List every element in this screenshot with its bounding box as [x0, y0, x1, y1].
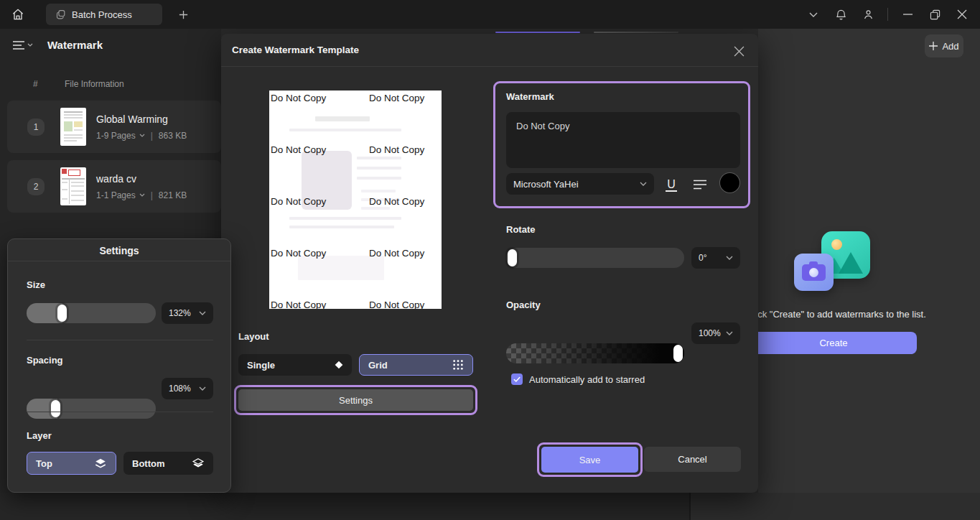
home-button[interactable]: [6, 2, 30, 27]
file-pages: 1-1 Pages: [96, 190, 136, 200]
settings-button[interactable]: Settings: [238, 389, 473, 411]
file-row-warda-cv[interactable]: 2 warda cv 1-1 Pages |: [7, 160, 221, 213]
account-button[interactable]: [856, 2, 880, 27]
create-hint-text: Click "Create" to add watermarks to the …: [747, 309, 926, 320]
restore-icon: [930, 9, 941, 20]
single-layout-icon: [335, 361, 343, 369]
size-slider-thumb[interactable]: [57, 305, 67, 322]
dialog-header-divider: [221, 66, 758, 67]
meta-separator: |: [151, 131, 153, 141]
app-window: Batch Process: [0, 0, 980, 520]
file-size: 863 KB: [159, 131, 187, 141]
file-thumbnail: [60, 108, 86, 146]
menu-button[interactable]: [13, 41, 33, 50]
layer-bottom-button[interactable]: Bottom: [123, 452, 213, 475]
pages-chevron-icon[interactable]: [139, 193, 145, 197]
bottom-strip: [691, 493, 980, 520]
file-pages: 1-9 Pages: [96, 131, 136, 141]
camera-body: [802, 264, 826, 281]
file-size: 821 KB: [159, 190, 187, 200]
size-dropdown[interactable]: 132%: [162, 302, 213, 324]
starred-checkbox-row[interactable]: Automatically add to starred: [511, 373, 645, 385]
opacity-slider[interactable]: [506, 343, 684, 363]
add-button[interactable]: Add: [925, 34, 963, 57]
notifications-button[interactable]: [829, 2, 853, 27]
cancel-button-label: Cancel: [678, 454, 706, 465]
grid-label: Grid: [368, 360, 388, 371]
close-window-button[interactable]: [950, 2, 974, 27]
settings-popover-title: Settings: [8, 245, 230, 256]
dialog-close-button[interactable]: [729, 42, 748, 60]
single-label: Single: [247, 360, 275, 371]
spacing-slider[interactable]: [27, 399, 156, 419]
create-button-label: Create: [819, 338, 847, 348]
create-button[interactable]: Create: [750, 332, 917, 354]
align-button[interactable]: [690, 175, 710, 195]
new-tab-button[interactable]: [171, 2, 195, 27]
notifications-icon: [834, 8, 848, 22]
file-row-global-warming[interactable]: 1 Global Warming 1-9 Pages | 863 KB: [7, 101, 221, 153]
spacing-value: 108%: [169, 384, 191, 394]
layer-bottom-label: Bottom: [132, 458, 165, 469]
minimize-icon: [903, 14, 913, 15]
column-number: #: [33, 79, 38, 89]
cancel-button[interactable]: Cancel: [644, 447, 741, 472]
font-dropdown[interactable]: Microsoft YaHei: [506, 173, 654, 195]
starred-checkbox[interactable]: [511, 373, 523, 385]
grid-layout-icon: [452, 359, 464, 371]
size-slider[interactable]: [27, 303, 156, 323]
window-dropdown-button[interactable]: [801, 2, 826, 27]
active-tab-indicator: [495, 32, 580, 33]
opacity-slider-thumb[interactable]: [673, 345, 683, 362]
watermark-text-input[interactable]: Do Not Copy: [506, 112, 740, 168]
watermark-preview-text: Do Not Copy: [369, 248, 424, 259]
settings-divider: [27, 412, 213, 412]
tab-batch-process[interactable]: Batch Process: [46, 4, 162, 25]
account-icon: [862, 8, 875, 22]
pages-chevron-icon[interactable]: [139, 134, 145, 137]
home-icon: [11, 7, 25, 22]
chevron-down-icon: [726, 331, 733, 335]
opacity-dropdown[interactable]: 100%: [691, 322, 740, 344]
meta-separator: |: [151, 190, 153, 200]
layout-grid-button[interactable]: Grid: [359, 354, 473, 376]
window-dropdown-icon: [809, 12, 818, 17]
underline-button[interactable]: U: [661, 175, 681, 195]
watermark-preview-text: Do Not Copy: [271, 93, 326, 103]
opacity-label: Opacity: [506, 300, 541, 310]
watermark-highlight-box: Watermark Do Not Copy Microsoft YaHei U: [493, 81, 750, 208]
watermark-preview-text: Do Not Copy: [271, 144, 326, 155]
file-index-badge: 2: [27, 178, 45, 195]
restore-button[interactable]: [923, 2, 947, 27]
chevron-down-icon: [199, 386, 206, 391]
right-panel: Add Click "Create" to add watermarks to …: [758, 29, 980, 493]
file-name: Global Warming: [96, 113, 187, 125]
settings-highlight-box: Settings: [234, 385, 477, 415]
layout-single-button[interactable]: Single: [238, 354, 352, 376]
spacing-slider-thumb[interactable]: [51, 400, 60, 417]
rotate-slider[interactable]: [506, 248, 684, 268]
color-swatch[interactable]: [720, 173, 739, 192]
save-button[interactable]: Save: [541, 447, 638, 473]
file-thumbnail: [60, 167, 86, 205]
file-index-badge: 1: [27, 119, 45, 136]
minimize-button[interactable]: [895, 2, 920, 27]
new-tab-icon: [178, 9, 189, 20]
mountain-large: [839, 252, 863, 274]
panel-divider: [689, 493, 691, 520]
spacing-dropdown[interactable]: 108%: [162, 378, 213, 399]
layer-top-button[interactable]: Top: [27, 452, 116, 475]
titlebar-divider: [887, 8, 888, 21]
close-icon: [957, 9, 967, 19]
settings-divider: [27, 340, 213, 340]
create-watermark-dialog: Create Watermark Template Do Not Copy Do…: [221, 34, 758, 493]
tab-label: Batch Process: [72, 9, 132, 20]
chevron-down-icon: [726, 256, 733, 260]
spacing-label: Spacing: [27, 355, 63, 366]
rotate-dropdown[interactable]: 0°: [691, 247, 740, 269]
opacity-value: 100%: [699, 328, 721, 338]
column-file-information: File Information: [65, 79, 124, 89]
rotate-slider-thumb[interactable]: [508, 249, 517, 266]
layer-bottom-icon: [192, 458, 205, 470]
watermark-label: Watermark: [506, 91, 554, 102]
